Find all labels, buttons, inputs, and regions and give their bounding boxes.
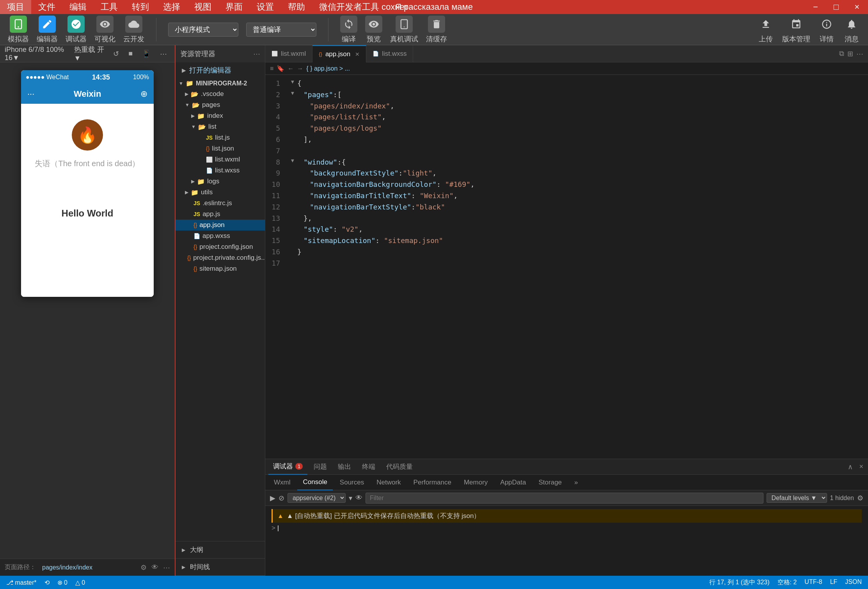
hot-reload-info[interactable]: 热重载 开▼ — [74, 45, 106, 62]
error-count[interactable]: ⊗ 0 — [57, 579, 67, 586]
explorer-outline-tab[interactable]: ▶ 大纲 — [176, 541, 265, 559]
sim-phone-btn[interactable]: 📱 — [139, 48, 154, 60]
detail-tool[interactable]: 详情 — [818, 16, 835, 44]
debug-stop-icon[interactable]: ⊘ — [279, 494, 284, 502]
open-editor-section[interactable]: ▶ 打开的编辑器 — [176, 62, 265, 78]
line-ending[interactable]: LF — [830, 578, 838, 587]
subtab-appdata[interactable]: AppData — [495, 475, 531, 490]
menu-help[interactable]: 帮助 — [281, 0, 312, 14]
subtab-network[interactable]: Network — [371, 475, 406, 490]
quality-tab[interactable]: 代码质量 — [382, 459, 417, 475]
simulator-tool[interactable]: 模拟器 — [8, 16, 29, 44]
subtab-console[interactable]: Console — [297, 475, 332, 490]
subtab-storage[interactable]: Storage — [533, 475, 568, 490]
layout-icon[interactable]: ⊞ — [847, 50, 853, 58]
sim-settings-icon[interactable]: ⚙ — [140, 563, 147, 572]
tree-list-wxss[interactable]: 📄 list.wxss — [176, 165, 265, 176]
compile-tool[interactable]: 编译 — [340, 16, 357, 44]
tree-logs[interactable]: ▶ 📁 logs — [176, 176, 265, 187]
visual-tool[interactable]: 可视化 — [94, 16, 115, 44]
explorer-more-icon[interactable]: ⋯ — [253, 50, 260, 58]
tree-eslint[interactable]: JS .eslintrc.js — [176, 198, 265, 209]
tree-project-private[interactable]: {} project.private.config.js... — [176, 252, 265, 263]
tree-app-json[interactable]: {} app.json — [176, 220, 265, 231]
debug-close-icon[interactable]: × — [857, 461, 865, 472]
debug-prompt-line[interactable]: > | — [272, 524, 862, 532]
git-branch[interactable]: ⎇ master* — [6, 579, 37, 586]
subtab-wxml[interactable]: Wxml — [268, 475, 296, 490]
subtab-sources[interactable]: Sources — [334, 475, 369, 490]
nav-back-icon[interactable]: ← — [288, 65, 294, 72]
tree-root[interactable]: ▼ 📁 MINIPROGRAM-2 — [176, 78, 265, 89]
nav-forward-icon[interactable]: → — [297, 65, 303, 72]
debug-collapse-icon[interactable]: ∧ — [846, 461, 854, 473]
compile-select[interactable]: 普通编译 — [246, 23, 316, 37]
subtab-memory[interactable]: Memory — [458, 475, 493, 490]
editor-more-icon[interactable]: ⋯ — [856, 50, 863, 58]
maximize-button[interactable]: □ — [829, 0, 843, 14]
tab-list-wxss[interactable]: 📄 list.wxss — [366, 45, 413, 62]
tree-index[interactable]: ▶ 📁 index — [176, 110, 265, 121]
subtab-more[interactable]: » — [569, 475, 583, 490]
debug-settings-icon[interactable]: ⚙ — [857, 494, 863, 502]
tree-sitemap[interactable]: {} sitemap.json — [176, 263, 265, 274]
output-tab[interactable]: 输出 — [333, 459, 356, 475]
tree-list-js[interactable]: JS list.js — [176, 132, 265, 143]
debugger-tab[interactable]: 调试器 1 — [268, 459, 307, 475]
tree-list[interactable]: ▼ 📂 list — [176, 121, 265, 132]
upload-tool[interactable]: 上传 — [757, 16, 774, 44]
editor-tool[interactable]: 编辑器 — [37, 16, 58, 44]
menu-edit[interactable]: 编辑 — [62, 0, 94, 14]
problems-tab[interactable]: 问题 — [309, 459, 332, 475]
language-mode[interactable]: JSON — [845, 578, 862, 587]
tree-vscode[interactable]: ▶ 📂 .vscode — [176, 89, 265, 99]
close-button[interactable]: × — [850, 0, 864, 14]
debugger-tool[interactable]: 调试器 — [66, 16, 87, 44]
preview-tool[interactable]: 预览 — [365, 16, 382, 44]
tree-list-wxml[interactable]: ⬜ list.wxml — [176, 154, 265, 165]
split-editor-icon[interactable]: ⧉ — [839, 50, 844, 58]
realdev-tool[interactable]: 真机调试 — [390, 16, 418, 44]
tree-list-json[interactable]: {} list.json — [176, 143, 265, 154]
debug-dropdown-icon[interactable]: ▾ — [349, 494, 352, 502]
encoding[interactable]: UTF-8 — [804, 578, 822, 587]
warning-count[interactable]: △ 0 — [75, 579, 85, 586]
tree-app-js[interactable]: JS app.js — [176, 209, 265, 220]
tree-project-config[interactable]: {} project.config.json — [176, 241, 265, 252]
tree-pages[interactable]: ▼ 📂 pages — [176, 99, 265, 110]
debug-eye-icon[interactable]: 👁 — [355, 494, 362, 502]
terminal-tab[interactable]: 终端 — [357, 459, 380, 475]
debug-filter-input[interactable] — [366, 493, 763, 504]
debug-run-icon[interactable]: ▶ — [270, 494, 275, 502]
menu-settings[interactable]: 设置 — [250, 0, 281, 14]
tab-app-json[interactable]: {} app.json ✕ — [312, 45, 366, 62]
tree-utils[interactable]: ▶ 📁 utils — [176, 187, 265, 198]
menu-file[interactable]: 文件 — [31, 0, 62, 14]
versionmgr-tool[interactable]: 版本管理 — [782, 16, 810, 44]
sync-status[interactable]: ⟲ — [44, 579, 50, 586]
subtab-performance[interactable]: Performance — [408, 475, 457, 490]
cloud-tool[interactable]: 云开发 — [123, 16, 144, 44]
sim-stop-btn[interactable]: ■ — [125, 48, 136, 60]
mode-select[interactable]: 小程序模式 — [168, 23, 238, 37]
sim-refresh-btn[interactable]: ↺ — [110, 48, 122, 60]
tab-list-wxml[interactable]: ⬜ list.wxml — [265, 45, 312, 62]
sim-menu-icon[interactable]: ⋯ — [163, 563, 170, 572]
explorer-timeline-tab[interactable]: ▶ 时间线 — [176, 559, 265, 576]
sim-more-btn[interactable]: ⋯ — [157, 48, 170, 60]
code-editor[interactable]: ▼{ ▼"pages":[ "pages/index/index", "page… — [285, 75, 868, 459]
menu-interface[interactable]: 界面 — [218, 0, 250, 14]
menu-goto[interactable]: 转到 — [125, 0, 156, 14]
debug-level-select[interactable]: Default levels ▼ — [767, 493, 827, 503]
appservice-select[interactable]: appservice (#2) — [288, 493, 346, 503]
tab-close-icon[interactable]: ✕ — [355, 51, 360, 57]
menu-tool[interactable]: 工具 — [94, 0, 125, 14]
tree-app-wxss[interactable]: 📄 app.wxss — [176, 231, 265, 241]
menu-project[interactable]: 项目 — [0, 0, 31, 14]
minimize-button[interactable]: − — [808, 0, 823, 14]
sim-path-value[interactable]: pages/index/index — [42, 564, 92, 571]
sim-eye-icon[interactable]: 👁 — [151, 563, 158, 572]
menu-select[interactable]: 选择 — [156, 0, 187, 14]
notify-tool[interactable]: 消息 — [843, 16, 860, 44]
menu-view[interactable]: 视图 — [187, 0, 218, 14]
